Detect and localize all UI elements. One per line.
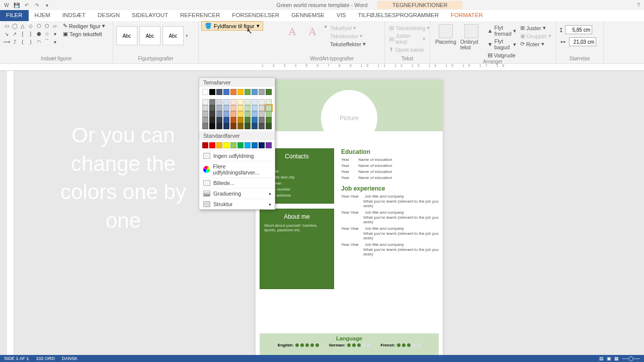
text-fill-button[interactable]: Tekstfyld ▾ [329,24,367,32]
color-swatch[interactable] [223,111,229,117]
text-direction-button[interactable]: ▤ Tekstretning ▾ [388,24,427,32]
color-swatch[interactable] [216,142,222,148]
position-button[interactable]: Placering [433,22,458,59]
tab-addins[interactable]: TILFØJELSESPROGRAMMER [352,10,445,21]
color-swatch[interactable] [230,123,236,129]
texture-fill-item[interactable]: Struktur▸ [199,199,275,209]
color-swatch[interactable] [202,142,208,148]
color-swatch[interactable] [245,89,251,95]
color-swatch[interactable] [245,142,251,148]
more-colors-item[interactable]: Flere udfyldningsfarver... [199,161,275,177]
color-swatch[interactable] [209,89,215,95]
color-swatch[interactable] [223,117,229,123]
view-web-icon[interactable]: ▦ [614,356,619,361]
text-outline-button[interactable]: Tekstkontur ▾ [329,32,367,40]
about-me-card[interactable]: About me Short about yourself: hobbies, … [260,209,334,289]
color-swatch[interactable] [223,89,229,95]
redo-icon[interactable]: ↷ [32,1,41,9]
color-swatch[interactable] [216,123,222,129]
rotate-button[interactable]: ⟳ Roter ▾ [519,40,552,48]
color-swatch[interactable] [202,99,208,105]
color-swatch[interactable] [266,117,272,123]
word-count[interactable]: 102 ORD [36,356,55,361]
color-swatch[interactable] [202,89,208,95]
color-swatch[interactable] [237,142,244,148]
color-swatch[interactable] [216,117,222,123]
color-swatch[interactable] [223,105,229,111]
customize-qat-icon[interactable]: ▾ [42,1,51,9]
color-swatch[interactable] [216,105,222,111]
picture-fill-item[interactable]: Billede... [199,177,275,188]
color-swatch[interactable] [237,123,244,129]
tab-mailings[interactable]: FORSENDELSER [226,10,285,21]
resume-header-shape[interactable]: Picture [256,80,443,131]
edit-shape-button[interactable]: ✎Rediger figur▾ [61,22,107,30]
color-swatch[interactable] [223,123,229,129]
color-swatch[interactable] [223,99,229,105]
color-swatch[interactable] [209,105,215,111]
text-box-button[interactable]: ▣Tegn tekstfelt [61,30,107,38]
color-swatch[interactable] [266,89,272,95]
color-swatch[interactable] [209,117,215,123]
send-backward-button[interactable]: ▼ Flyt bagud ▾ [487,38,517,51]
color-swatch[interactable] [230,111,236,117]
color-swatch[interactable] [266,123,272,129]
color-swatch[interactable] [266,111,272,117]
color-swatch[interactable] [259,117,265,123]
color-swatch[interactable] [202,111,208,117]
align-button[interactable]: ⊞ Juster ▾ [519,24,552,32]
save-icon[interactable]: 💾 [12,1,21,9]
language-indicator[interactable]: DANSK [62,356,77,361]
color-swatch[interactable] [209,99,215,105]
color-swatch[interactable] [245,111,251,117]
color-swatch[interactable] [266,105,272,111]
color-swatch[interactable] [245,105,251,111]
color-swatch[interactable] [266,99,272,105]
color-swatch[interactable] [202,123,208,129]
tab-insert[interactable]: INDSÆT [56,10,92,21]
wrap-text-button[interactable]: Ombryd tekst [458,22,485,59]
color-swatch[interactable] [259,111,265,117]
selection-pane-button[interactable]: ▤ Valgrude [487,51,517,59]
wordart-style-2[interactable]: A [302,22,323,41]
tab-view[interactable]: VIS [331,10,352,21]
color-swatch[interactable] [202,117,208,123]
shape-width-input[interactable] [569,37,596,46]
color-swatch[interactable] [252,99,258,105]
help-icon[interactable]: ? [637,2,640,8]
tab-design[interactable]: DESIGN [92,10,126,21]
zoom-slider[interactable]: ──◯── [622,356,640,361]
color-swatch[interactable] [245,99,251,105]
color-swatch[interactable] [245,117,251,123]
view-read-icon[interactable]: ▣ [607,356,611,361]
align-text-button[interactable]: ▤ Juster tekst ▾ [388,32,427,45]
color-swatch[interactable] [245,123,251,129]
color-swatch[interactable] [230,105,236,111]
create-link-button[interactable]: ⬆ Opret kæde [388,46,427,53]
bring-forward-button[interactable]: ▲ Flyt fremad ▾ [487,24,517,37]
color-swatch[interactable] [230,99,236,105]
color-swatch[interactable] [237,89,244,95]
color-swatch[interactable] [252,117,258,123]
color-swatch[interactable] [237,99,244,105]
color-swatch[interactable] [259,142,265,148]
color-swatch[interactable] [252,89,258,95]
color-swatch[interactable] [259,99,265,105]
color-swatch[interactable] [259,105,265,111]
shapes-gallery[interactable]: ▭◯△◇⬠⬡▱ ↘↗{}⬟☆▾ ⟶⤴()◠⌒▾ [3,22,58,45]
tab-home[interactable]: HJEM [29,10,56,21]
shape-style-2[interactable]: Abc [139,26,160,45]
tab-format[interactable]: FORMATÉR [445,10,489,21]
color-swatch[interactable] [266,142,272,148]
page-indicator[interactable]: SIDE 1 AF 1 [4,356,29,361]
gradient-fill-item[interactable]: Graduering▸ [199,188,275,199]
wordart-style-1[interactable]: A [282,22,302,41]
shape-style-3[interactable]: Abc [163,26,184,45]
no-fill-item[interactable]: Ingen udfyldning [199,150,275,161]
text-effects-button[interactable]: Teksteffekter ▾ [329,40,367,48]
color-swatch[interactable] [252,111,258,117]
color-swatch[interactable] [230,117,236,123]
tab-review[interactable]: GENNEMSE [285,10,331,21]
color-swatch[interactable] [237,117,244,123]
picture-placeholder[interactable]: Picture [321,90,377,146]
